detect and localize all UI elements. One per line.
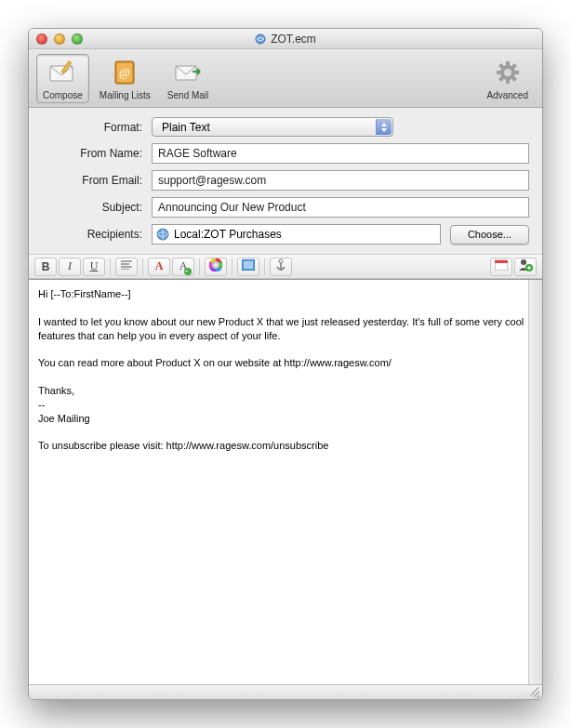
formatting-toolbar: B I U A A+ <box>29 255 542 279</box>
mailing-lists-label: Mailing Lists <box>100 90 151 100</box>
globe-icon <box>156 228 169 241</box>
format-select-value: Plain Text <box>162 121 210 134</box>
message-editor[interactable]: Hi [--To:FirstName--] I wanted to let yo… <box>29 279 542 684</box>
app-window: ZOT.ecm Compose <box>28 28 543 700</box>
svg-rect-11 <box>514 71 519 74</box>
svg-rect-29 <box>495 260 508 263</box>
status-bar <box>29 684 542 699</box>
send-mail-icon <box>172 57 204 88</box>
calendar-button[interactable] <box>490 258 512 276</box>
window-title-text: ZOT.ecm <box>271 33 316 46</box>
italic-button[interactable]: I <box>59 258 81 276</box>
from-name-input[interactable] <box>152 143 529 164</box>
font-color-icon: A <box>155 259 164 273</box>
address-book-icon: @ <box>109 57 140 88</box>
close-window-button[interactable] <box>36 33 47 45</box>
minimize-window-button[interactable] <box>54 33 65 45</box>
gear-icon <box>492 57 524 88</box>
advanced-button[interactable]: Advanced <box>481 54 535 103</box>
message-body[interactable]: Hi [--To:FirstName--] I wanted to let yo… <box>29 280 542 460</box>
add-person-button[interactable] <box>514 258 537 276</box>
compose-button[interactable]: Compose <box>36 54 89 103</box>
compose-label: Compose <box>43 90 83 100</box>
svg-rect-25 <box>244 261 253 269</box>
choose-label: Choose... <box>468 229 511 240</box>
font-color-button[interactable]: A <box>148 258 170 276</box>
color-wheel-icon <box>209 258 222 275</box>
font-size-button[interactable]: A+ <box>172 258 194 276</box>
font-size-icon: A+ <box>179 259 188 273</box>
from-email-input[interactable] <box>152 170 529 191</box>
anchor-button[interactable] <box>270 258 292 276</box>
send-mail-label: Send Mail <box>167 90 208 100</box>
format-label: Format: <box>42 121 142 134</box>
document-icon <box>255 33 266 45</box>
image-icon <box>242 259 255 274</box>
compose-icon <box>46 57 78 88</box>
mailing-lists-button[interactable]: @ Mailing Lists <box>93 54 157 103</box>
svg-point-30 <box>521 259 526 265</box>
person-plus-icon <box>518 258 533 275</box>
format-select[interactable]: Plain Text <box>152 117 393 137</box>
svg-text:@: @ <box>119 65 130 79</box>
bold-button[interactable]: B <box>34 258 57 276</box>
svg-point-16 <box>504 69 511 76</box>
anchor-icon <box>275 258 286 275</box>
main-toolbar: Compose @ Mailing Lists <box>29 49 542 108</box>
svg-point-26 <box>279 259 283 263</box>
calendar-icon <box>495 258 508 274</box>
titlebar: ZOT.ecm <box>29 29 542 49</box>
header-form: Format: Plain Text From Name: From Email… <box>29 108 542 255</box>
svg-rect-10 <box>497 71 501 74</box>
underline-button[interactable]: U <box>83 258 105 276</box>
recipients-label: Recipients: <box>42 228 142 241</box>
advanced-label: Advanced <box>487 90 528 100</box>
recipients-field[interactable]: Local:ZOT Purchases <box>152 224 441 245</box>
window-controls <box>36 33 83 45</box>
zoom-window-button[interactable] <box>72 33 83 45</box>
svg-rect-9 <box>506 79 510 84</box>
choose-button[interactable]: Choose... <box>450 225 529 245</box>
recipients-value: Local:ZOT Purchases <box>174 228 282 241</box>
vertical-scrollbar[interactable] <box>528 280 542 684</box>
svg-rect-8 <box>506 61 510 66</box>
subject-label: Subject: <box>42 201 142 214</box>
updown-icon <box>376 119 392 135</box>
subject-input[interactable] <box>152 197 529 218</box>
from-name-label: From Name: <box>42 147 142 160</box>
color-picker-button[interactable] <box>205 258 227 276</box>
image-button[interactable] <box>237 258 259 276</box>
send-mail-button[interactable]: Send Mail <box>161 54 215 103</box>
from-email-label: From Email: <box>42 174 142 187</box>
window-title: ZOT.ecm <box>29 33 542 46</box>
align-button[interactable] <box>115 258 138 276</box>
align-icon <box>121 259 132 273</box>
resize-grip[interactable] <box>530 687 540 697</box>
